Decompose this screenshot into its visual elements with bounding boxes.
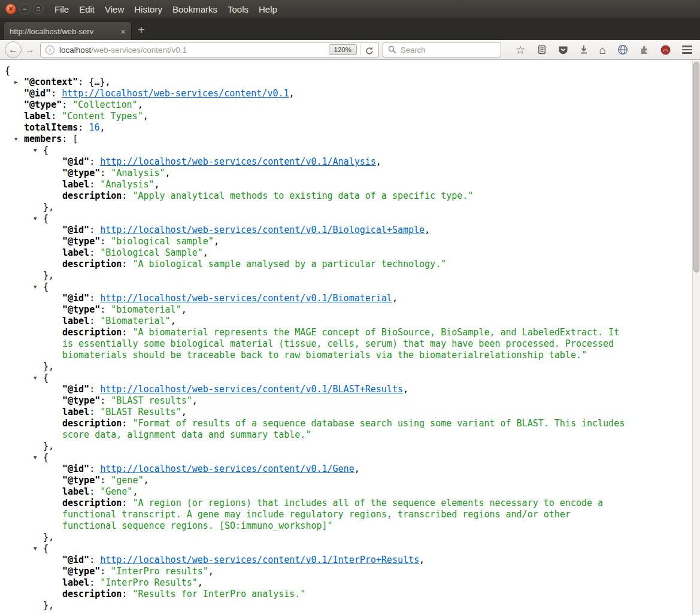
- window-maximize-button[interactable]: □: [33, 4, 44, 14]
- member-id-link[interactable]: http://localhost/web-services/content/v0…: [100, 156, 376, 167]
- tab-close-icon[interactable]: ×: [120, 26, 126, 37]
- member-open-line: ▼{: [24, 372, 692, 384]
- collapse-toggle-icon[interactable]: ▼: [34, 281, 43, 293]
- collapse-toggle-icon[interactable]: ▼: [14, 134, 24, 145]
- window-titlebar: × − □ File Edit View History Bookmarks T…: [0, 0, 700, 18]
- vertical-scrollbar[interactable]: [692, 60, 700, 615]
- member-close-line: },: [24, 441, 692, 452]
- url-path: /web-services/content/v0.1: [91, 46, 187, 54]
- tab-bar: http://localhost/web-serv × +: [0, 18, 700, 40]
- menu-file[interactable]: File: [54, 4, 69, 14]
- collapse-toggle-icon[interactable]: ▼: [34, 213, 43, 225]
- new-tab-button[interactable]: +: [132, 23, 151, 40]
- window-minimize-button[interactable]: −: [19, 4, 30, 14]
- member-type-line: "@type": "BLAST results",: [62, 395, 628, 407]
- member-label-line: label: "Biomaterial",: [62, 316, 628, 327]
- window-close-button[interactable]: ×: [5, 4, 16, 14]
- json-root-open: {: [5, 65, 692, 77]
- member-open-line: ▼{: [24, 543, 692, 555]
- member-open-line: ▼{: [24, 213, 692, 225]
- member-id-line: "@id": http://localhost/web-services/con…: [62, 156, 628, 168]
- collapse-toggle-icon[interactable]: ▼: [34, 372, 43, 384]
- menu-view[interactable]: View: [105, 4, 124, 14]
- home-icon[interactable]: ⌂: [599, 44, 606, 56]
- site-info-icon[interactable]: i: [46, 46, 54, 54]
- member-description-line: description: "A biomaterial represents t…: [62, 327, 628, 361]
- bookmark-star-icon[interactable]: ☆: [515, 44, 525, 56]
- json-totalitems-line: totalItems: 16,: [24, 122, 692, 134]
- menu-tools[interactable]: Tools: [228, 4, 249, 14]
- url-bar[interactable]: i localhost/web-services/content/v0.1 12…: [40, 42, 379, 57]
- member-id-link[interactable]: http://localhost/web-services/content/v0…: [100, 384, 403, 395]
- json-member: ▼{ "@id": http://localhost/web-services/…: [24, 281, 692, 372]
- member-close-line: },: [24, 532, 692, 543]
- reload-button[interactable]: [360, 44, 376, 56]
- member-type-line: "@type": "gene",: [62, 475, 628, 486]
- member-description-line: description: "Results for InterPro analy…: [62, 589, 628, 600]
- close-icon: ×: [8, 5, 13, 13]
- json-members-line: ▼members: [: [24, 134, 692, 145]
- member-description-line: description: "A biological sample analys…: [62, 259, 628, 270]
- member-close-line: },: [24, 600, 692, 611]
- pocket-shield-icon[interactable]: [558, 45, 568, 54]
- downloads-icon[interactable]: [580, 45, 588, 54]
- root-id-link[interactable]: http://localhost/web-services/content/v0…: [62, 88, 289, 99]
- zoom-indicator-button[interactable]: 120%: [329, 44, 357, 55]
- menu-help[interactable]: Help: [259, 4, 277, 14]
- scrollbar-thumb[interactable]: [693, 62, 699, 272]
- json-label-line: label: "Content Types",: [24, 111, 692, 122]
- search-icon: [388, 46, 396, 54]
- bookmarks-menu-icon[interactable]: [537, 45, 547, 54]
- json-context-line: ▶"@context": {…},: [24, 77, 692, 88]
- member-id-link[interactable]: http://localhost/web-services/content/v0…: [100, 293, 392, 304]
- search-input[interactable]: [401, 46, 496, 54]
- collapse-toggle-icon[interactable]: ▼: [34, 145, 43, 156]
- collapse-toggle-icon[interactable]: ▼: [34, 543, 43, 555]
- member-id-line: "@id": http://localhost/web-services/con…: [62, 225, 628, 236]
- json-type-line: "@type": "Collection",: [24, 99, 692, 111]
- globe-icon[interactable]: [617, 44, 628, 55]
- extension-puzzle-icon[interactable]: [640, 45, 649, 54]
- members-list: ▼{ "@id": http://localhost/web-services/…: [24, 145, 692, 611]
- forward-button[interactable]: →: [22, 44, 40, 55]
- tab-title: http://localhost/web-serv: [10, 27, 116, 36]
- json-id-line: "@id": http://localhost/web-services/con…: [24, 88, 692, 99]
- search-bar[interactable]: [383, 42, 501, 57]
- member-open-line: ▼{: [24, 145, 692, 156]
- member-id-link[interactable]: http://localhost/web-services/content/v0…: [100, 225, 425, 235]
- expand-toggle-icon[interactable]: ▶: [14, 77, 24, 88]
- member-id-link[interactable]: http://localhost/web-services/content/v0…: [100, 555, 419, 565]
- json-document: { ▶"@context": {…}, "@id": http://localh…: [0, 60, 700, 611]
- active-tab[interactable]: http://localhost/web-serv ×: [4, 22, 132, 40]
- url-text[interactable]: localhost/web-services/content/v0.1: [59, 46, 329, 54]
- member-type-line: "@type": "biomaterial",: [62, 304, 628, 316]
- member-type-line: "@type": "biological sample",: [62, 236, 628, 247]
- back-button[interactable]: ←: [5, 41, 22, 58]
- maximize-icon: □: [37, 7, 40, 12]
- member-label-line: label: "BLAST Results",: [62, 407, 628, 418]
- member-open-line: ▼{: [24, 452, 692, 463]
- member-id-line: "@id": http://localhost/web-services/con…: [62, 293, 628, 304]
- json-member: ▼{ "@id": http://localhost/web-services/…: [24, 145, 692, 213]
- member-type-line: "@type": "Analysis",: [62, 168, 628, 179]
- menu-bookmarks[interactable]: Bookmarks: [172, 4, 217, 14]
- member-label-line: label: "Biological Sample",: [62, 247, 628, 259]
- hamburger-menu-icon[interactable]: [682, 46, 692, 53]
- collapse-toggle-icon[interactable]: ▼: [34, 452, 43, 463]
- menu-edit[interactable]: Edit: [79, 4, 95, 14]
- menu-history[interactable]: History: [134, 4, 162, 14]
- json-member: ▼{ "@id": http://localhost/web-services/…: [24, 452, 692, 543]
- member-close-line: },: [24, 202, 692, 213]
- member-label-line: label: "Analysis",: [62, 179, 628, 190]
- member-id-line: "@id": http://localhost/web-services/con…: [62, 463, 628, 475]
- member-id-link[interactable]: http://localhost/web-services/content/v0…: [100, 463, 354, 474]
- member-label-line: label: "InterPro Results",: [62, 577, 628, 589]
- member-description-line: description: "Apply analytical methods t…: [62, 190, 628, 202]
- addon-badge-icon[interactable]: [660, 45, 671, 55]
- toolbar-icons: ☆ ⌂: [515, 44, 695, 56]
- member-close-line: },: [24, 270, 692, 281]
- member-close-line: },: [24, 361, 692, 372]
- minimize-icon: −: [22, 5, 26, 13]
- member-type-line: "@type": "InterPro results",: [62, 566, 628, 577]
- member-label-line: label: "Gene",: [62, 486, 628, 498]
